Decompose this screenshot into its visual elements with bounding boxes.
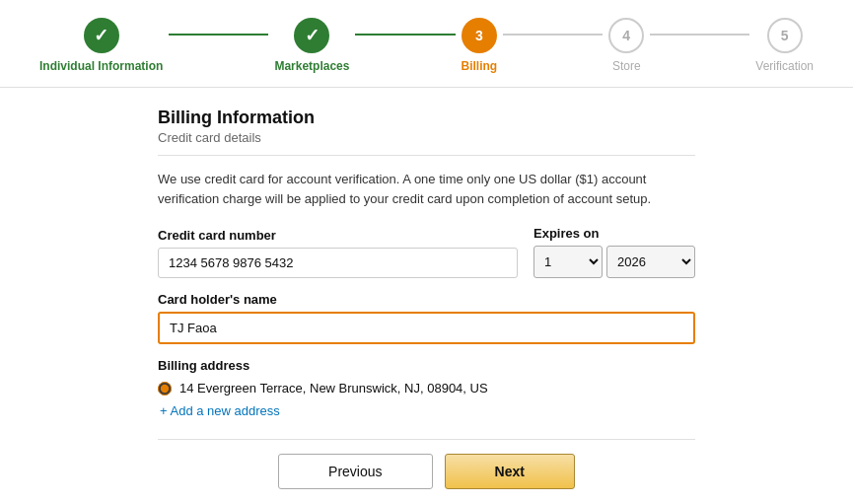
step-2-label: Marketplaces	[274, 59, 349, 73]
step-billing: 3 Billing	[462, 18, 498, 73]
step-1-circle: ✓	[84, 18, 119, 53]
step-line-3	[503, 34, 603, 36]
info-text: We use credit card for account verificat…	[158, 170, 695, 208]
next-button[interactable]: Next	[445, 454, 575, 489]
billing-address-radio[interactable]	[158, 382, 172, 396]
checkmark-icon: ✓	[94, 25, 108, 46]
step-line-1	[169, 34, 268, 36]
previous-button[interactable]: Previous	[278, 454, 432, 489]
step-3-number: 3	[475, 28, 483, 43]
step-4-circle: 4	[608, 18, 644, 53]
button-row: Previous Next	[158, 439, 695, 489]
stepper: ✓ Individual Information ✓ Marketplaces …	[0, 0, 853, 88]
credit-card-label: Credit card number	[158, 228, 518, 243]
step-1-label: Individual Information	[39, 59, 163, 73]
step-individual-info: ✓ Individual Information	[39, 18, 163, 73]
section-subtitle: Credit card details	[158, 130, 695, 145]
cardholder-input[interactable]	[158, 312, 695, 344]
step-5-label: Verification	[755, 59, 814, 73]
step-verification: 5 Verification	[755, 18, 814, 73]
billing-address-label: Billing address	[158, 358, 695, 373]
credit-card-input[interactable]	[158, 248, 518, 278]
section-title: Billing Information	[158, 108, 695, 128]
billing-address-text: 14 Evergreen Terrace, New Brunswick, NJ,…	[179, 381, 488, 396]
step-5-circle: 5	[767, 18, 803, 53]
billing-address-section: Billing address 14 Evergreen Terrace, Ne…	[158, 358, 695, 419]
expires-row: 1 2 3 4 5 6 7 8 9 10 11 12 2024 2025 202…	[533, 246, 695, 278]
step-2-circle: ✓	[294, 18, 329, 53]
step-4-number: 4	[622, 28, 630, 43]
main-content: Billing Information Credit card details …	[0, 88, 853, 504]
step-4-label: Store	[612, 59, 641, 73]
step-5-number: 5	[781, 28, 789, 43]
expires-label: Expires on	[533, 226, 695, 241]
step-line-2	[355, 34, 455, 36]
credit-card-group: Credit card number	[158, 228, 518, 278]
step-store: 4 Store	[608, 18, 644, 73]
step-line-4	[650, 34, 749, 36]
expires-month-select[interactable]: 1 2 3 4 5 6 7 8 9 10 11 12	[533, 246, 603, 278]
cardholder-row: Card holder's name	[158, 292, 695, 344]
expires-group: Expires on 1 2 3 4 5 6 7 8 9 10 11 12	[533, 226, 695, 278]
divider-1	[158, 155, 695, 156]
credit-card-row: Credit card number Expires on 1 2 3 4 5 …	[158, 226, 695, 278]
step-3-label: Billing	[462, 59, 498, 73]
billing-address-radio-row: 14 Evergreen Terrace, New Brunswick, NJ,…	[158, 381, 695, 396]
checkmark-icon-2: ✓	[305, 25, 320, 46]
cardholder-label: Card holder's name	[158, 292, 695, 307]
add-address-link[interactable]: + Add a new address	[160, 403, 280, 418]
step-marketplaces: ✓ Marketplaces	[274, 18, 349, 73]
step-3-circle: 3	[462, 18, 497, 53]
expires-year-select[interactable]: 2024 2025 2026 2027 2028 2029 2030	[606, 246, 695, 278]
cardholder-group: Card holder's name	[158, 292, 695, 344]
